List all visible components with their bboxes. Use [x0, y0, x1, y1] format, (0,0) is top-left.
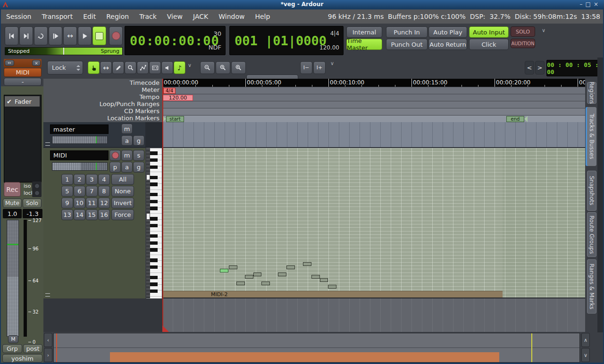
time-master-button[interactable]: Time Master [346, 39, 382, 50]
ruler-label-meter[interactable]: Meter [142, 86, 159, 93]
summary-scroll-left-button[interactable]: ‹ [44, 333, 52, 347]
channel-5-button[interactable]: 5 [61, 186, 73, 197]
scroomer-top-handle[interactable] [146, 174, 150, 180]
menu-track[interactable]: Track [139, 9, 157, 24]
meter-ruler[interactable]: 4/4 [162, 87, 585, 94]
midi-group-button[interactable]: g [133, 162, 144, 173]
master-track-lane[interactable] [162, 122, 585, 148]
primary-clock[interactable]: 00:00:00:00 30 NDF [125, 26, 226, 55]
master-automation-button[interactable]: a [121, 135, 133, 146]
channel-13-button[interactable]: 13 [61, 209, 73, 220]
strip-record-button[interactable]: Rec [4, 182, 21, 197]
gain-fader[interactable] [7, 220, 19, 337]
midi-mute-button[interactable]: m [121, 150, 133, 161]
ruler-label-timecode[interactable]: Timecode [130, 79, 159, 86]
secondary-clock[interactable]: 001 |01|0000 4|4 120.00 [229, 26, 344, 55]
menu-transport[interactable]: Transport [42, 9, 73, 24]
auto-input-button[interactable]: Auto Input [469, 26, 509, 38]
close-strip-icon[interactable]: × [32, 60, 41, 66]
meter-marker[interactable]: 4/4 [163, 88, 176, 94]
play-range-button[interactable] [49, 26, 62, 45]
midi-note[interactable] [229, 265, 237, 269]
shrink-strip-icon[interactable]: ↔ [5, 60, 14, 66]
master-resize-grip[interactable] [45, 142, 50, 146]
scroomer-bottom-handle[interactable] [146, 213, 150, 220]
tempo-marker[interactable]: 120.00 [163, 95, 193, 101]
channel-3-button[interactable]: 3 [86, 174, 98, 185]
strip-mute-button[interactable]: Mute [3, 199, 22, 208]
channel-8-button[interactable]: 8 [98, 186, 110, 197]
tool-audition[interactable] [161, 61, 173, 74]
nudge-forward-button[interactable]: > [535, 61, 545, 74]
menu-edit[interactable]: Edit [83, 9, 96, 24]
channel-1-button[interactable]: 1 [61, 174, 73, 185]
midi-resize-grip[interactable] [45, 293, 50, 297]
peak-display[interactable]: -1.3 [23, 209, 42, 218]
expand-tracks-button[interactable]: Ι+ [313, 61, 326, 74]
master-name-field[interactable]: master [50, 124, 109, 134]
midi-region[interactable] [163, 148, 503, 298]
menu-region[interactable]: Region [106, 9, 129, 24]
midi-note[interactable] [278, 273, 286, 276]
channel-none-button[interactable]: None [111, 186, 134, 197]
strip-track-tab[interactable]: MIDI [4, 68, 42, 77]
zoom-fit-button[interactable] [231, 61, 246, 74]
play-selection-button[interactable]: ↔ [63, 26, 77, 45]
midi-region-name-bar[interactable]: MIDI-2 [163, 291, 503, 298]
fader-handle[interactable] [7, 244, 18, 245]
solo-indicator-button[interactable]: SOLO [511, 26, 535, 37]
menu-session[interactable]: Session [6, 9, 31, 24]
midi-solo-button[interactable]: s [133, 150, 144, 161]
play-button[interactable] [78, 26, 92, 45]
midi-note[interactable] [320, 278, 328, 282]
shuttle-handle[interactable] [63, 48, 64, 55]
channel-2-button[interactable]: 2 [74, 174, 85, 185]
shuttle-bar[interactable]: Stopped Sprung [5, 47, 123, 55]
strip-solo-button[interactable]: Solo [23, 199, 42, 208]
loop-button[interactable] [34, 26, 48, 45]
master-mute-button[interactable]: m [121, 124, 133, 134]
channel-force-button[interactable]: Force [111, 209, 134, 220]
midi-gain-strip[interactable] [52, 162, 108, 171]
tab-route-groups[interactable]: Route Groups [587, 212, 596, 257]
menu-view[interactable]: View [167, 9, 183, 24]
strip-output-button[interactable]: - [4, 78, 42, 86]
empty-canvas-area[interactable] [162, 298, 585, 332]
tool-edit-notes[interactable]: ♪ [174, 61, 185, 74]
zoom-out-button[interactable] [200, 61, 215, 74]
lock-led-icon[interactable] [34, 190, 40, 196]
tool-range[interactable]: ↔ [100, 61, 112, 74]
channel-10-button[interactable]: 10 [74, 198, 85, 208]
ruler-label-tempo[interactable]: Tempo [139, 93, 159, 100]
channel-all-button[interactable]: All [111, 174, 134, 185]
channel-7-button[interactable]: 7 [86, 186, 98, 197]
processor-box[interactable]: ✔ Fader [4, 95, 42, 182]
summary-scroll-right-button[interactable]: › [44, 348, 52, 362]
ruler-label-loop-punch[interactable]: Loop/Punch Ranges [100, 100, 159, 108]
master-track-header[interactable]: master m a g [43, 122, 145, 148]
midi-track-lane[interactable]: MIDI-2 [162, 148, 585, 298]
location-marker-end[interactable]: end [506, 116, 524, 122]
summary-scroll-up-button[interactable]: ∧ [581, 333, 590, 347]
midi-note-selected[interactable] [220, 269, 228, 273]
location-marker-start[interactable]: start [166, 116, 184, 122]
strip-name-button[interactable]: yoshim [2, 354, 42, 363]
timecode-ruler[interactable]: 00:00:00:0000:00:05:0000:00:10:0000:00:1… [162, 79, 585, 87]
auto-return-button[interactable]: Auto Return [428, 39, 467, 50]
shrink-tracks-button[interactable]: Ι− [300, 61, 312, 74]
edit-mode-combo[interactable]: Lock [47, 61, 83, 74]
goto-start-button[interactable] [5, 26, 18, 45]
sync-source-button[interactable]: Internal [346, 26, 382, 38]
tools-chevron-icon[interactable]: ∨ [188, 62, 192, 68]
click-button[interactable]: Click [469, 39, 509, 50]
tool-zoom[interactable] [125, 61, 136, 74]
iso-label[interactable]: iso [24, 183, 31, 189]
midi-playlist-button[interactable]: p [109, 162, 121, 173]
menu-help[interactable]: Help [255, 9, 270, 24]
cd-markers-ruler[interactable] [162, 108, 585, 115]
master-group-button[interactable]: g [133, 135, 144, 146]
record-button[interactable] [109, 26, 123, 45]
tool-draw[interactable] [112, 61, 124, 74]
midi-name-field[interactable]: MIDI [50, 150, 109, 160]
auto-play-button[interactable]: Auto Play [428, 26, 467, 38]
